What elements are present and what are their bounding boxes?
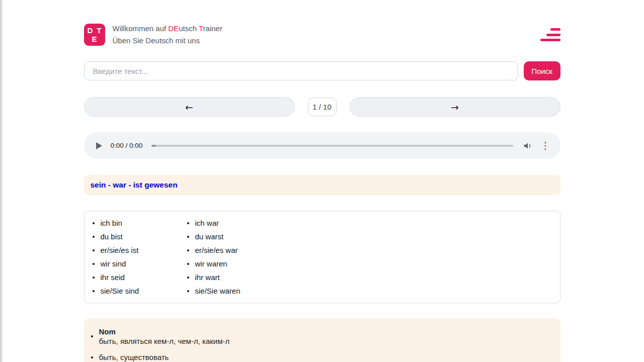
list-item: ich war [187, 216, 240, 230]
play-icon[interactable] [96, 142, 102, 149]
arrow-right-icon: → [451, 102, 459, 113]
logo-letter-t: T [97, 26, 101, 35]
header-branding: D T E Willkommen auf DEutsch Trainer Übe… [84, 23, 222, 47]
bullet-icon [187, 290, 189, 292]
list-item: ich bin [93, 216, 187, 230]
meaning-text: быть, являться кем-л, чем-л, каким-л [99, 336, 230, 346]
arrow-left-icon: ← [185, 102, 193, 113]
bullet-icon [93, 236, 95, 238]
past-tense-list: ich war du warst er/sie/es war wir waren… [187, 216, 240, 298]
main-container: D T E Willkommen auf DEutsch Trainer Übe… [84, 0, 560, 362]
meaning-label: Nom [99, 327, 230, 336]
bullet-icon [187, 277, 189, 279]
bullet-icon [187, 263, 189, 265]
list-item: ihr seid [93, 270, 187, 284]
bullet-icon [93, 222, 95, 224]
bullet-icon [93, 277, 95, 279]
bullet-icon [93, 263, 95, 265]
translations-list: Nom быть, являться кем-л, чем-л, каким-л… [91, 327, 553, 362]
audio-player[interactable]: 0:00 / 0:00 ⋮ [84, 132, 560, 159]
pager: ← 1 / 10 → [84, 97, 560, 117]
bullet-icon [187, 222, 189, 224]
list-item: du bist [93, 230, 187, 243]
bullet-icon [93, 290, 95, 292]
logo-letter-e: E [88, 35, 102, 43]
list-item: ihr wart [187, 270, 240, 284]
list-item: wir sind [93, 257, 187, 270]
present-tense-list: ich bin du bist er/sie/es ist wir sind i… [93, 216, 187, 298]
meaning-text: быть, существовать [99, 352, 169, 362]
audio-time: 0:00 / 0:00 [111, 142, 143, 149]
list-item: sie/Sie waren [187, 284, 240, 298]
bullet-icon [187, 236, 189, 238]
next-card-button[interactable]: → [350, 97, 560, 117]
app-logo: D T E [84, 24, 105, 46]
list-item: er/sie/es ist [93, 243, 187, 257]
volume-icon[interactable] [522, 140, 533, 151]
audio-seek-slider[interactable] [151, 145, 513, 147]
conjugation-card: ich bin du bist er/sie/es ist wir sind i… [84, 211, 560, 303]
lesson-title: sein - war - ist gewesen [84, 175, 560, 195]
prev-card-button[interactable]: ← [84, 97, 295, 117]
logo-letter-d: D [88, 26, 93, 35]
list-item: быть, существовать [91, 352, 553, 362]
header: D T E Willkommen auf DEutsch Trainer Übe… [84, 24, 560, 46]
audio-overflow-menu-icon[interactable]: ⋮ [541, 141, 550, 150]
search-input[interactable] [84, 61, 518, 80]
site-title: Willkommen auf DEutsch Trainer [113, 23, 222, 35]
list-item: Nom быть, являться кем-л, чем-л, каким-л [91, 327, 553, 346]
audio-seek-thumb[interactable] [151, 145, 156, 147]
translations-card: Nom быть, являться кем-л, чем-л, каким-л… [84, 318, 560, 362]
search-bar: Поиск [84, 61, 560, 80]
hamburger-menu-icon[interactable] [538, 28, 560, 41]
list-item: er/sie/es war [187, 243, 240, 257]
site-subtitle: Üben Sie Deutsch mit uns [113, 35, 222, 47]
bullet-icon [91, 335, 93, 337]
page-edge-shadow [0, 0, 4, 362]
page-counter: 1 / 10 [308, 98, 337, 116]
header-titles: Willkommen auf DEutsch Trainer Üben Sie … [113, 23, 222, 47]
search-button[interactable]: Поиск [524, 61, 560, 80]
list-item: sie/Sie sind [93, 284, 187, 298]
bullet-icon [93, 249, 95, 251]
bullet-icon [91, 356, 93, 358]
list-item: wir waren [187, 257, 240, 270]
list-item: du warst [187, 230, 240, 243]
bullet-icon [187, 249, 189, 251]
